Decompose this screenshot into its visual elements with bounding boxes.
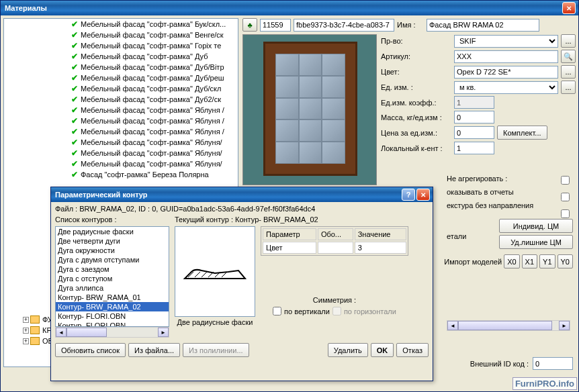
guid-field[interactable] [294,19,394,32]
x0-button[interactable]: X0 [504,254,519,268]
art-label: Артикул: [381,52,451,60]
local-field[interactable] [454,142,494,154]
color-label: Цвет: [381,68,451,76]
check-icon: ✔ [71,148,78,158]
check-icon: ✔ [71,41,78,50]
tree-item[interactable]: ✔Мебельный фасад "софт-рамка" Дуб [4,51,238,62]
cancel-button[interactable]: Отказ [396,343,429,357]
more-btn-2[interactable]: ... [561,65,576,79]
id-field[interactable] [260,19,291,32]
check-icon: ✔ [71,116,78,126]
expand-icon[interactable]: + [23,328,29,334]
tree-item[interactable]: ✔Мебельный фасад "софт-рамка" Яблуня/ [4,158,238,169]
file-info: Файл : BRW_RAMA_02, ID : 0, GUID=a0ba1ad… [55,205,429,213]
remove-button[interactable]: Уд.лишние ЦМ [499,235,573,249]
tree-item[interactable]: ✔Мебельный фасад "софт-рамка" Бук/скл... [4,19,238,30]
list-item[interactable]: Две радиусные фаски [56,227,169,236]
mass-field[interactable] [454,111,494,124]
coef-label: Ед.изм. коэфф.: [381,99,451,107]
list-item[interactable]: Дуга с отступом [56,274,169,283]
color-field[interactable] [454,66,558,79]
preview-image [242,34,377,185]
tree-item[interactable]: ✔Мебельный фасад "софт-рамка" Дуб/скл [4,83,238,94]
tree-item[interactable]: ✔Мебельный фасад "софт-рамка" Яблуня/ [4,137,238,148]
noshow-checkbox[interactable] [561,193,570,201]
svg-line-2 [202,272,207,277]
check-icon: ✔ [71,52,78,61]
list-item[interactable]: Контур- FLORI.OBN [56,311,169,321]
scroll-thumb[interactable] [66,328,107,337]
y0-button[interactable]: Y0 [558,254,573,268]
list-item[interactable]: Дуга эллипса [56,283,169,293]
ok-button[interactable]: OK [371,343,394,357]
list-item[interactable]: Дуга с заездом [56,264,169,274]
fromfile-button[interactable]: Из файла... [128,343,180,357]
col-val: Значение [355,228,406,240]
check-icon: ✔ [71,170,78,179]
complect-button[interactable]: Комплект... [497,126,547,140]
import-label: Импорт моделей [444,258,502,266]
scroll-thumb[interactable] [458,321,552,330]
vert-checkbox[interactable] [273,307,281,315]
refresh-icon[interactable]: ♣ [242,18,257,32]
tree-item[interactable]: ✔Мебельный фасад "софт-рамка" Яблуня/ [4,148,238,158]
tree-item[interactable]: ✔Мебельный фасад "софт-рамка" Яблуня / [4,105,238,115]
tree-item[interactable]: ✔Мебельный фасад "софт-рамка" Дуб/реш [4,72,238,83]
scroll-left-icon[interactable]: ◄ [56,328,66,337]
check-icon: ✔ [71,138,78,147]
y1-button[interactable]: Y1 [539,254,555,268]
list-item[interactable]: Контур- BRW_RAMA_02 [56,302,169,311]
art-field[interactable] [454,50,558,63]
scroll-right-icon[interactable]: ► [158,328,169,337]
noagg-checkbox[interactable] [561,176,570,185]
nodir-checkbox[interactable] [561,209,570,218]
expand-icon[interactable]: + [23,338,29,344]
price-field[interactable] [454,126,494,139]
watermark: FurniPRO.info [513,377,577,390]
list-item[interactable]: Две четверти дуги [56,236,169,246]
tree-item[interactable]: ✔Мебельный фасад "софт-рамка" Яблуня / [4,115,238,126]
unit-select[interactable]: м кв. [454,81,558,94]
close-icon[interactable]: ✕ [562,2,576,14]
name-field[interactable] [427,19,539,32]
tree-item[interactable]: ✔Мебельный фасад "софт-рамка" Дуб/Вітр [4,62,238,72]
tree-item[interactable]: ✔Мебельный фасад "софт-рамка" Венге/ск [4,30,238,40]
expand-icon[interactable]: + [23,317,29,323]
preview-caption: Две радиусные фаски [175,318,255,326]
search-icon[interactable]: 🔍 [561,50,576,63]
mfr-select[interactable]: SKIF [454,35,558,48]
list-item[interactable]: Дуга с двумя отступами [56,255,169,264]
list-item[interactable]: Контур- BRW_RAMA_01 [56,293,169,302]
list-item[interactable]: Дуга окружности [56,246,169,255]
nodir-label: екстура без направления [447,199,533,212]
scroll-right-icon[interactable]: ► [559,321,570,330]
refresh-button[interactable]: Обновить список [55,343,126,357]
coef-field [454,96,494,109]
folder-icon [30,337,40,345]
main-title: Материалы [3,4,562,12]
ext-id-field[interactable] [533,357,573,370]
tree-item[interactable]: ✔Фасад "софт-рамка" Береза Полярна [4,169,238,180]
local-label: Локальный к-ент : [381,144,451,152]
x1-button[interactable]: X1 [522,254,537,268]
tree-item[interactable]: ✔Мебельный фасад "софт-рамка" Дуб2/ск [4,94,238,105]
hscrollbar[interactable]: ◄ ► [447,320,570,331]
more-btn-3[interactable]: ... [561,81,576,94]
mfr-label: Пр-во: [381,37,451,45]
check-icon: ✔ [71,19,78,29]
table-row[interactable]: Цвет3 [263,242,406,254]
delete-button[interactable]: Удалить [328,343,368,357]
contour-listbox[interactable]: Две радиусные фаскиДве четверти дугиДуга… [55,226,169,327]
check-icon: ✔ [71,95,78,104]
more-btn-1[interactable]: ... [561,34,576,48]
list-hscroll[interactable]: ◄ ► [55,327,169,338]
scroll-left-icon[interactable]: ◄ [447,321,458,330]
dialog-close-icon[interactable]: ✕ [416,189,430,201]
check-icon: ✔ [71,73,78,83]
tree-item[interactable]: ✔Мебельный фасад "софт-рамка" Яблуня / [4,126,238,137]
help-icon[interactable]: ? [402,189,415,201]
tree-item[interactable]: ✔Мебельный фасад "софт-рамка" Горіх те [4,40,238,51]
unit-label: Ед. изм. : [381,83,451,91]
indiv-button[interactable]: Индивид. ЦМ [499,219,573,233]
list-item[interactable]: Контур- FLORI.OBN [56,321,169,327]
